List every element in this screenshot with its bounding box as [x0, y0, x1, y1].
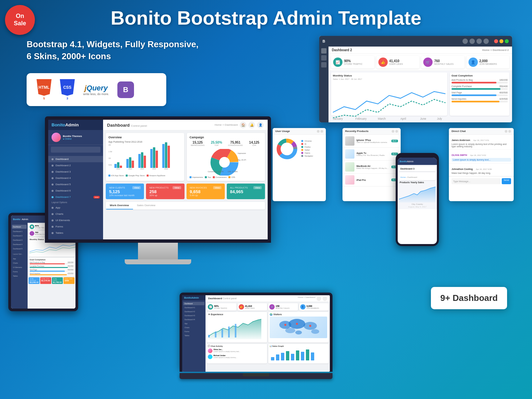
monthly-chart: Monthly Status Sales: 1 Jan. 2017 - 30 J… — [331, 72, 447, 116]
sidebar-item-ui[interactable]: UI Elements — [48, 217, 103, 223]
phone-content: BonitoAdmin Dashboard 3 Home › Dashboard… — [398, 158, 437, 244]
svg-text:February: February — [355, 117, 367, 120]
tablet-nav-item[interactable]: Dashboard 4 — [12, 243, 27, 246]
win-min-btn[interactable] — [499, 39, 503, 43]
dashboard2-header: B — [319, 36, 512, 47]
widget-dot-2[interactable] — [321, 130, 323, 133]
metric-cpa: 14,125 CPA — [246, 141, 262, 146]
sidebar-mini-icon — [321, 55, 327, 61]
product-desc-macbook: Make life things happen. All day long. — [356, 167, 389, 169]
view-clients-button[interactable]: View — [132, 186, 141, 189]
widget-dot-1[interactable] — [505, 130, 507, 133]
tablet-nav-item[interactable]: Dashboard — [12, 225, 27, 229]
stat-value-likes: 41,410 — [389, 59, 418, 63]
sidebar-item-dashboard3[interactable]: Dashboard 3 — [48, 169, 103, 175]
view-invoices-button[interactable]: View — [213, 186, 221, 189]
svg-text:2016: 2016 — [164, 168, 168, 170]
view-all-products-button[interactable]: View — [253, 186, 262, 189]
sidebar-item-charts[interactable]: Charts — [48, 211, 103, 217]
laptop-nav-app[interactable]: App — [183, 322, 204, 325]
sidebar-item-dashboard2[interactable]: Dashboard 2 — [48, 162, 103, 169]
tablet-nav-item[interactable]: Charts — [12, 261, 27, 265]
goal-item-bag-label: Add Products to Bag 160/200 — [452, 79, 508, 81]
widget-dot-1[interactable] — [392, 130, 394, 133]
dashboard-count-text: 9+ Dashboard — [440, 293, 498, 303]
sidebar-item-dashboard6[interactable]: Dashboard 6 — [48, 188, 103, 194]
widget-dot-1[interactable] — [317, 130, 320, 133]
tablet-nav-item[interactable]: Dashboard 2 — [12, 234, 27, 237]
admin-dashboard: BonitoAdmin Bonito Themes ● Online Dashb… — [48, 120, 268, 239]
sidebar-item-app[interactable]: App — [48, 204, 103, 211]
laptop-bottom-panels: 💬 Chat Activity Olivia Jon...Lorem ipsum… — [205, 342, 330, 365]
stat-card-sales: 🛒 760 MONTHLY SALES — [421, 56, 465, 68]
sidebar-item-tables[interactable]: Tables — [48, 230, 103, 236]
legend-opera-label: Opera — [305, 152, 310, 154]
win-close-btn[interactable] — [494, 39, 498, 43]
metric-conversions: 75,951 Conversions — [227, 141, 244, 146]
tablet-nav-item[interactable]: Layout Opti... — [12, 252, 27, 256]
laptop-nav-d3[interactable]: Dashboard #3 — [183, 314, 204, 317]
widget-dot-2[interactable] — [508, 130, 511, 133]
tablet-nav-item[interactable]: Forms — [12, 270, 27, 273]
new-products-value: 258 — [149, 189, 181, 194]
view-products-button[interactable]: View — [173, 186, 181, 189]
tablet-nav-item[interactable]: Tables — [12, 274, 27, 278]
chat-input-box[interactable]: Type Message... — [452, 178, 500, 184]
topbar-title-group: Dashboard Control panel — [107, 122, 147, 128]
nav-dot — [52, 232, 54, 234]
topbar-icon-bell[interactable]: 🔔 — [248, 122, 255, 128]
dashboard-count-badge: 9+ Dashboard — [431, 287, 507, 309]
laptop-nav-d2[interactable]: Dashboard #2 — [183, 310, 204, 313]
sidebar-item-layout[interactable]: Layout Options — [48, 200, 103, 204]
tablet-nav-item[interactable]: Dashboard 3 — [12, 238, 27, 242]
svg-rect-51 — [228, 327, 230, 337]
phone-products-title: Products Yearly Sales — [399, 181, 436, 184]
nav-label-app: App — [56, 206, 60, 209]
laptop-nav-d1[interactable]: Dashboard #1 — [183, 306, 204, 309]
product-thumb-iphone — [345, 136, 354, 146]
donut-container: Chrome IE Firefox Safari Opera Navigator — [273, 135, 326, 163]
sidebar-nav: Dashboard Dashboard 2 Dashboard 3 Dashbo… — [48, 154, 103, 238]
tablet-nav-item[interactable]: Dashboard 5 — [12, 247, 27, 250]
tablet-nav-item[interactable]: UI Elements — [12, 266, 27, 269]
sidebar-item-dashboard7[interactable]: Dashboard 7 new — [48, 194, 103, 200]
sidebar-item-dashboard4[interactable]: Dashboard 4 — [48, 175, 103, 181]
monitor-base — [125, 259, 191, 264]
laptop-nav-d4[interactable]: Dashboard #4 — [183, 318, 204, 321]
tablet-nav-item[interactable]: App — [12, 257, 27, 260]
laptop-nav-forms[interactable]: Forms — [183, 330, 204, 333]
sidebar-search[interactable] — [51, 147, 100, 153]
page-title-text: Dashboard — [107, 123, 130, 128]
chart-legend: iOS App Store Google Play Store Amazon A… — [108, 175, 182, 177]
widget-dot-2[interactable] — [395, 130, 398, 133]
stat-value-members: 2,000 — [479, 59, 508, 63]
product-badge-iphone[interactable]: BUY — [391, 140, 398, 142]
phone-header: BonitoAdmin — [398, 158, 437, 165]
tab-work-overview[interactable]: Work Overview — [106, 202, 133, 209]
sidebar-item-dashboard5[interactable]: Dashboard 5 — [48, 181, 103, 188]
sidebar-item-dashboard[interactable]: Dashboard — [48, 156, 103, 162]
stat-icon-sales: 🛒 — [423, 58, 433, 67]
nav-dot — [52, 177, 54, 179]
laptop-nav-tables[interactable]: Tables — [183, 334, 204, 337]
legend-safari-label: Safari — [305, 149, 310, 151]
legend-google-label: Google Play Store — [128, 175, 145, 177]
laptop-nav-dashboard[interactable]: Dashboard — [183, 302, 204, 305]
topbar-icon-user[interactable]: 👤 — [257, 122, 264, 128]
chat-send-button[interactable]: Send — [502, 178, 511, 184]
nav-label-dashboard6: Dashboard 6 — [56, 189, 71, 192]
goal-item-inquiries-label: Send Inquiries 425/500 — [452, 98, 508, 100]
svg-point-56 — [285, 328, 295, 333]
svg-point-60 — [296, 323, 298, 325]
product-thumb-macbook — [345, 162, 354, 172]
laptop-nav-charts[interactable]: Charts — [183, 326, 204, 329]
laptop-screen-wrap: BonitoAdmin Dashboard Dashboard #1 Dashb… — [180, 293, 332, 372]
topbar-icon-home[interactable]: 🏠 — [240, 122, 246, 128]
product-item-iphone: Iphone 7Plus Take or upload bealtiphoto … — [342, 135, 401, 148]
win-max-btn[interactable] — [505, 39, 509, 43]
sidebar-item-forms[interactable]: Forms — [48, 223, 103, 230]
tab-sales-overview[interactable]: Sales Overview — [133, 202, 160, 209]
nav-label-layout: Layout Options — [52, 201, 67, 203]
tablet-nav-item[interactable]: Dashboard 1 — [12, 230, 27, 233]
new-clients-sub: 10% increase last month — [109, 194, 141, 197]
